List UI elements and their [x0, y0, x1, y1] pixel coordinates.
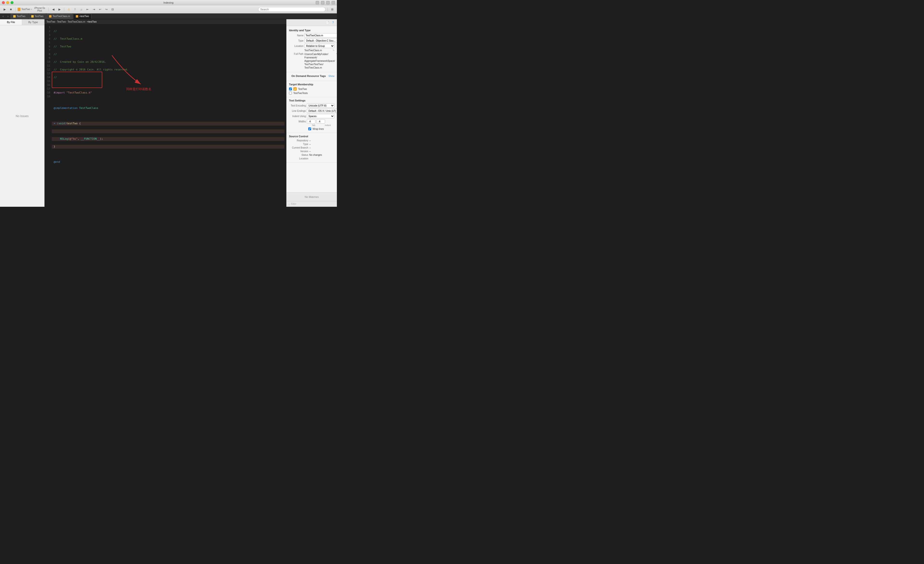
- full-path-row: Full Path /Users/Cain/MyFolder/Framework…: [286, 52, 337, 70]
- editor-breadcrumb: TestTwo › TestTwo › TestTwoClass.m › +te…: [45, 19, 286, 24]
- tab-testtwo-folder[interactable]: TestTwo: [10, 14, 28, 19]
- issue-btn[interactable]: !: [72, 7, 78, 12]
- left-sidebar: By File By Type No Issues: [0, 19, 45, 207]
- status-row: Status No changes: [286, 153, 337, 157]
- indexing-status: Indexing: [164, 1, 174, 4]
- title-bar: Indexing: [0, 0, 337, 5]
- indent-label: Indent: [321, 124, 335, 126]
- tab-label2: TestTwo: [34, 15, 44, 18]
- filter-bar: ⌕ Filter: [286, 201, 337, 207]
- quick-help-icon[interactable]: ?: [331, 21, 335, 24]
- line-endings-select[interactable]: Default - OS X / Unix (LF): [307, 109, 337, 113]
- widths-label: Widths: [289, 120, 306, 123]
- filename-row: TestTwoClass.m ✎: [286, 49, 337, 52]
- title-center: Indexing: [164, 1, 174, 4]
- text-encoding-select[interactable]: Unicode (UTF-8): [307, 103, 334, 108]
- sidebar-tab-byfile[interactable]: By File: [0, 19, 22, 25]
- code-content[interactable]: // // TestTwoClass.m // TestTwo // // Cr…: [52, 24, 286, 207]
- title-right-btn3[interactable]: [326, 1, 330, 4]
- title-right-btn2[interactable]: [321, 1, 324, 4]
- tab-bar: ‹ › TestTwo TestTwo TestTwoClass.m +test…: [0, 13, 337, 19]
- current-branch-row: Current Branch --: [286, 146, 337, 150]
- indent-using-select[interactable]: Spaces: [307, 114, 334, 118]
- breadcrumb-testtwoclassm[interactable]: TestTwoClass.m: [68, 21, 85, 23]
- breadcrumb-testtwo1[interactable]: TestTwo: [46, 21, 56, 23]
- type-select[interactable]: Default - Objective-C Sou...: [304, 39, 337, 43]
- tab-testtwo-folder2[interactable]: TestTwo: [28, 14, 46, 19]
- editor-area: TestTwo › TestTwo › TestTwoClass.m › +te…: [45, 19, 286, 207]
- warn-button[interactable]: ⚠: [66, 7, 72, 12]
- target-testtwo: 📁 TestTwo: [286, 87, 337, 91]
- scheme-selector[interactable]: TestTwo › iPhone 6s Plus: [18, 7, 46, 12]
- device-name: iPhone 6s Plus: [33, 7, 46, 12]
- toolbar-separator-2: [48, 7, 49, 11]
- location-row: Location Relative to Group: [286, 43, 337, 49]
- status-value: No changes: [309, 154, 322, 156]
- split-btn[interactable]: ⊟: [110, 7, 115, 12]
- inspector-toggle[interactable]: ⊞: [330, 7, 335, 12]
- tab-nav-back[interactable]: ‹: [1, 14, 5, 18]
- no-issues-label: No Issues: [16, 114, 28, 118]
- close-button[interactable]: [2, 1, 5, 4]
- title-right-btn1[interactable]: [316, 1, 319, 4]
- build-run-button[interactable]: ▶: [2, 7, 7, 12]
- redo-btn[interactable]: ↪: [104, 7, 109, 12]
- toolbar: ▶ ■ TestTwo › iPhone 6s Plus ◀ ▶ ⚠ ! ⌕ ⇤…: [0, 5, 337, 13]
- name-input[interactable]: [304, 33, 337, 37]
- title-right-btn4[interactable]: [332, 1, 335, 4]
- indent-width-input[interactable]: [316, 119, 325, 124]
- location-label: Location: [289, 45, 303, 47]
- indent-right-btn[interactable]: ⇥: [91, 7, 96, 12]
- location-select[interactable]: Relative to Group: [304, 44, 334, 48]
- tab-label: Tab: [307, 124, 320, 126]
- name-row: Name: [286, 33, 337, 38]
- filename-value: TestTwoClass.m: [304, 49, 332, 52]
- maximize-button[interactable]: [10, 1, 14, 4]
- filter-icon: ⌕: [288, 203, 290, 205]
- on-demand-row: On Demand Resource Tags Show: [286, 73, 337, 79]
- back-button[interactable]: ◀: [51, 7, 56, 12]
- breadcrumb-testtwomtd[interactable]: +testTwo: [87, 21, 96, 23]
- testtwotests-checkbox[interactable]: [289, 91, 292, 94]
- line-endings-label: Line Endings: [289, 110, 306, 112]
- line-endings-row: Line Endings Default - OS X / Unix (LF): [286, 108, 337, 114]
- search-input[interactable]: [258, 7, 326, 12]
- indent-left-btn[interactable]: ⇤: [85, 7, 90, 12]
- repository-label: Repository: [289, 139, 308, 142]
- target-membership-section: Target Membership 📁 TestTwo TestTwoTests: [286, 82, 337, 97]
- filename-edit-icon[interactable]: ✎: [333, 49, 334, 52]
- path-edit-icon[interactable]: ✎: [336, 52, 337, 55]
- undo-btn[interactable]: ↩: [98, 7, 103, 12]
- wrap-lines-checkbox[interactable]: [308, 127, 311, 130]
- source-control-section: Source Control Repository -- Type -- Cur…: [286, 134, 337, 163]
- minimize-button[interactable]: [6, 1, 9, 4]
- sc-type-label: Type: [289, 143, 308, 145]
- testtwo-checkbox[interactable]: [289, 88, 292, 90]
- search-scope-btn[interactable]: ⌕: [79, 7, 84, 12]
- right-panel-tabs: 📄 ?: [286, 19, 337, 26]
- sc-type-row: Type --: [286, 142, 337, 146]
- tab-label: TestTwo: [16, 15, 26, 18]
- sidebar-tab-bytype[interactable]: By Type: [22, 19, 44, 25]
- full-path-value: /Users/Cain/MyFolder/Framework/Aggregate…: [304, 52, 335, 69]
- stop-button[interactable]: ■: [8, 7, 14, 12]
- location-row2: Location: [286, 157, 337, 160]
- current-branch-value: --: [309, 147, 311, 149]
- tab-testtwoclass-m[interactable]: TestTwoClass.m: [46, 14, 73, 19]
- show-link[interactable]: Show: [328, 75, 334, 78]
- type-label: Type: [289, 39, 303, 42]
- full-path-label: Full Path: [289, 52, 303, 55]
- tab-nav-forward[interactable]: ›: [6, 14, 10, 18]
- identity-type-section: Identity and Type Name Type Default - Ob…: [286, 28, 337, 72]
- widths-row: Widths: [286, 119, 337, 124]
- forward-button[interactable]: ▶: [57, 7, 62, 12]
- version-row: Version --: [286, 150, 337, 153]
- tab-width-input[interactable]: [307, 119, 315, 124]
- right-panel-bottom: No Matches: [286, 192, 337, 201]
- title-right: [316, 1, 335, 4]
- tab-testtwo-method[interactable]: +testTwo: [73, 14, 92, 19]
- main-layout: By File By Type No Issues TestTwo › Test…: [0, 19, 337, 207]
- right-panel-content: Identity and Type Name Type Default - Ob…: [286, 26, 337, 192]
- file-inspector-icon[interactable]: 📄: [326, 21, 329, 24]
- breadcrumb-testtwo2[interactable]: TestTwo: [57, 21, 66, 23]
